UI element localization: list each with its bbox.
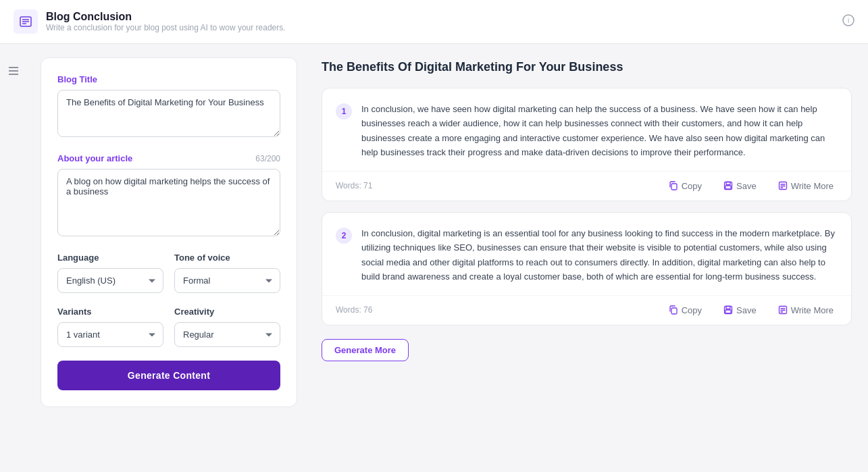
blog-title-input[interactable]: The Benefits of Digital Marketing for Yo… — [57, 90, 280, 137]
language-tone-row: Language English (US) English (UK) Spani… — [57, 253, 280, 293]
right-panel: The Benefits Of Digital Marketing For Yo… — [311, 44, 868, 472]
svg-rect-11 — [726, 182, 730, 185]
copy-icon-1 — [669, 181, 678, 190]
about-article-label: About your article — [57, 153, 132, 163]
result-card-2: 2 In conclusion, digital marketing is an… — [322, 212, 852, 325]
creativity-select-wrapper: Regular Creative High — [174, 322, 280, 347]
result-text-2: In conclusion, digital marketing is an e… — [361, 226, 838, 284]
sidebar-toggle[interactable] — [0, 57, 27, 84]
svg-rect-17 — [671, 308, 677, 314]
language-select-wrapper: English (US) English (UK) Spanish French — [57, 268, 163, 293]
creativity-col: Creativity Regular Creative High — [174, 307, 280, 347]
tone-select-wrapper: Formal Casual Friendly Professional — [174, 268, 280, 293]
svg-rect-20 — [725, 310, 731, 313]
header-text: Blog Conclusion Write a conclusion for y… — [46, 11, 286, 32]
app-subtitle: Write a conclusion for your blog post us… — [46, 23, 286, 32]
variants-select[interactable]: 1 variant 2 variants 3 variants — [57, 322, 163, 347]
info-icon[interactable]: i — [842, 14, 854, 29]
about-article-group: About your article 63/200 A blog on how … — [57, 153, 280, 239]
result-footer-1: Words: 71 Copy — [322, 171, 851, 201]
save-icon-1 — [723, 181, 733, 190]
write-more-button-2[interactable]: Write More — [774, 303, 838, 318]
result-text-1: In conclusion, we have seen how digital … — [361, 102, 838, 160]
variants-select-wrapper: 1 variant 2 variants 3 variants — [57, 322, 163, 347]
about-article-input[interactable]: A blog on how digital marketing helps th… — [57, 169, 280, 236]
copy-icon-2 — [669, 305, 678, 315]
language-col: Language English (US) English (UK) Spani… — [57, 253, 163, 293]
main-layout: Blog Title The Benefits of Digital Marke… — [0, 44, 868, 472]
tone-col: Tone of voice Formal Casual Friendly Pro… — [174, 253, 280, 293]
save-button-2[interactable]: Save — [719, 303, 761, 318]
language-label: Language — [57, 253, 163, 263]
result-card-1: 1 In conclusion, we have seen how digita… — [322, 88, 852, 201]
variants-label: Variants — [57, 307, 163, 317]
svg-rect-12 — [725, 186, 731, 189]
tone-select[interactable]: Formal Casual Friendly Professional — [174, 268, 280, 293]
result-card-body-2: 2 In conclusion, digital marketing is an… — [322, 213, 851, 295]
blog-title-group: Blog Title The Benefits of Digital Marke… — [57, 74, 280, 140]
svg-text:i: i — [848, 17, 849, 24]
action-btns-1: Copy Save — [665, 178, 838, 194]
save-icon-2 — [723, 305, 733, 315]
result-card-body-1: 1 In conclusion, we have seen how digita… — [322, 88, 851, 171]
words-count-1: Words: 71 — [336, 181, 665, 190]
action-btns-2: Copy Save — [665, 303, 838, 318]
output-title: The Benefits Of Digital Marketing For Yo… — [322, 60, 852, 74]
app-icon — [14, 9, 38, 34]
variants-creativity-row: Variants 1 variant 2 variants 3 variants… — [57, 307, 280, 347]
copy-button-1[interactable]: Copy — [665, 178, 706, 194]
save-button-1[interactable]: Save — [719, 178, 761, 194]
form-card: Blog Title The Benefits of Digital Marke… — [41, 57, 297, 407]
app-title: Blog Conclusion — [46, 11, 286, 23]
creativity-label: Creativity — [174, 307, 280, 317]
left-panel: Blog Title The Benefits of Digital Marke… — [0, 44, 311, 472]
language-select[interactable]: English (US) English (UK) Spanish French — [57, 268, 163, 293]
result-number-1: 1 — [336, 103, 352, 120]
creativity-select[interactable]: Regular Creative High — [174, 322, 280, 347]
write-more-button-1[interactable]: Write More — [774, 178, 838, 194]
tone-label: Tone of voice — [174, 253, 280, 263]
copy-button-2[interactable]: Copy — [665, 303, 706, 318]
header: Blog Conclusion Write a conclusion for y… — [0, 0, 868, 44]
result-number-2: 2 — [336, 228, 352, 244]
variants-col: Variants 1 variant 2 variants 3 variants — [57, 307, 163, 347]
result-footer-2: Words: 76 Copy — [322, 295, 851, 325]
svg-rect-19 — [726, 307, 730, 309]
words-count-2: Words: 76 — [336, 305, 665, 315]
write-more-icon-1 — [778, 181, 788, 190]
generate-more-button[interactable]: Generate More — [322, 339, 409, 361]
write-more-icon-2 — [778, 305, 788, 315]
char-count: 63/200 — [255, 154, 280, 163]
generate-content-button[interactable]: Generate Content — [57, 361, 280, 390]
blog-title-label: Blog Title — [57, 74, 280, 84]
svg-rect-9 — [671, 184, 677, 190]
